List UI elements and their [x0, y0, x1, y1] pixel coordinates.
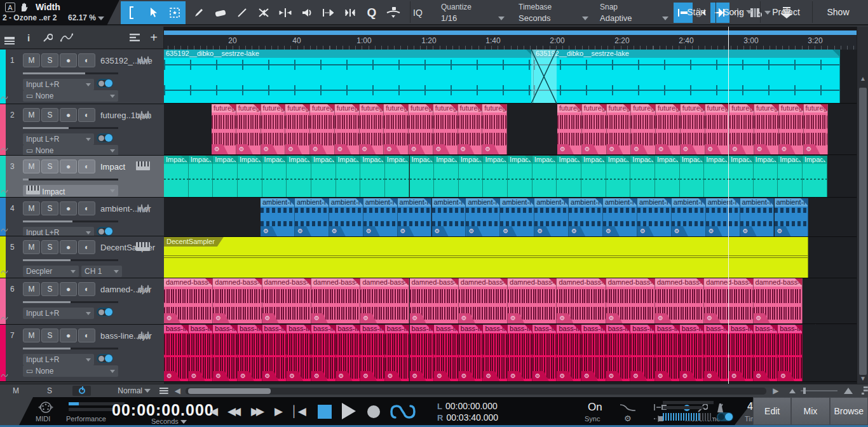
audio-clip[interactable]: Impact: [754, 156, 778, 197]
audio-clip[interactable]: bass-lı⚙: [655, 325, 680, 381]
audio-clip[interactable]: Impact: [532, 156, 557, 197]
loop-button[interactable]: [390, 402, 416, 424]
comp-tool-button[interactable]: [318, 3, 339, 23]
monitor-button[interactable]: ◐: [78, 159, 95, 173]
audio-clip[interactable]: 635192__dibko__sestrze-lake: [164, 50, 534, 103]
macro-control-widget[interactable]: A Width 2 - Ozone ..er 2 62.17 %: [0, 0, 119, 25]
clip-gain-gear-icon[interactable]: ⚙: [261, 226, 277, 236]
browse-view-button[interactable]: Browse: [831, 398, 867, 424]
audio-clip[interactable]: bass-lı⚙: [630, 325, 655, 381]
audio-clip[interactable]: bass-lı⚙: [164, 325, 189, 381]
clip-gain-gear-icon[interactable]: ⚙: [458, 144, 475, 154]
snap-dropdown[interactable]: Adaptive: [600, 13, 668, 23]
audio-clip[interactable]: futureg⚙: [779, 104, 804, 154]
clip-gain-gear-icon[interactable]: ⚙: [637, 226, 654, 236]
clip-gain-gear-icon[interactable]: ⚙: [534, 226, 551, 236]
audio-clip[interactable]: bass-lı⚙: [680, 325, 705, 381]
audio-clip[interactable]: Impact: [729, 156, 754, 197]
audio-clip[interactable]: damned-bass-lı⚙: [459, 278, 508, 323]
fade-curve-icon[interactable]: [620, 402, 636, 414]
record-arm-button[interactable]: ●: [60, 159, 77, 173]
input-select-dropdown[interactable]: Input L+R: [23, 133, 94, 145]
clip-gain-gear-icon[interactable]: ⚙: [681, 144, 697, 154]
audio-clip[interactable]: Impact: [385, 156, 410, 197]
clip-gain-gear-icon[interactable]: ⚙: [466, 226, 482, 236]
audio-clip[interactable]: bass-lı⚙: [606, 325, 631, 381]
track-header-5[interactable]: 5MS●◐DecentSa..plerDecplerCH 1: [0, 236, 164, 278]
clip-gain-gear-icon[interactable]: ⚙: [335, 144, 351, 154]
clip-gain-gear-icon[interactable]: ⚙: [775, 226, 791, 236]
volume-fader[interactable]: [23, 348, 118, 349]
audio-clip[interactable]: Impact: [581, 156, 606, 197]
audio-clip[interactable]: Impact: [459, 156, 484, 197]
audio-clip[interactable]: bass-lı⚙: [410, 325, 435, 381]
solo-button[interactable]: S: [41, 53, 58, 67]
next-marker-button[interactable]: ▶: [275, 405, 283, 418]
solo-button[interactable]: S: [41, 201, 58, 215]
audio-clip[interactable]: Impact: [704, 156, 729, 197]
paint-tool-button[interactable]: [188, 3, 210, 23]
audio-clip[interactable]: bass-lı⚙: [704, 325, 729, 381]
audio-clip[interactable]: damned-bass-lı⚙: [410, 278, 459, 323]
audio-clip[interactable]: Impact: [262, 156, 287, 197]
audio-clip[interactable]: ambient-ı⚙: [329, 198, 363, 236]
audio-clip[interactable]: futureg⚙: [681, 104, 705, 154]
clip-gain-gear-icon[interactable]: ⚙: [310, 144, 327, 154]
audio-clip[interactable]: ambient-ı⚙: [295, 198, 329, 236]
master-mute-button[interactable]: M: [13, 386, 19, 395]
instrument-dropdown[interactable]: ▭ None: [23, 365, 118, 377]
zoom-in-icon[interactable]: [844, 388, 853, 394]
volume-fader[interactable]: [23, 220, 118, 222]
audio-clip[interactable]: bass-lı⚙: [532, 325, 557, 381]
clip-gain-gear-icon[interactable]: ⚙: [656, 144, 672, 154]
audio-clip[interactable]: damned-bass-lı⚙: [508, 278, 557, 323]
auto-mode-icon[interactable]: A: [5, 3, 15, 12]
audio-clip[interactable]: damned-bass-lı⚙: [606, 278, 655, 323]
audio-clip[interactable]: bass-lı⚙: [459, 325, 484, 381]
audio-clip[interactable]: Impact: [778, 156, 803, 197]
track-header-4[interactable]: 4MS●◐ambient-..inorInput L+R: [0, 198, 164, 236]
input-monitor-toggle[interactable]: [97, 133, 113, 142]
track-name[interactable]: Impact: [100, 162, 125, 172]
audio-clip[interactable]: futureg⚙: [804, 104, 829, 154]
audio-clip[interactable]: bass-lı⚙: [778, 325, 803, 381]
input-select-dropdown[interactable]: Input L+R: [23, 308, 94, 319]
record-arm-button[interactable]: ●: [60, 240, 77, 254]
audio-clip[interactable]: futureg⚙: [582, 104, 607, 154]
line-tool-button[interactable]: [231, 3, 253, 23]
audio-clip[interactable]: ambient-ı⚙: [775, 198, 809, 236]
track-lane[interactable]: damned-bass-lı⚙damned-bass-lı⚙damned-bas…: [164, 278, 857, 324]
solo-button[interactable]: S: [41, 159, 58, 173]
clip-gain-gear-icon[interactable]: ⚙: [603, 226, 620, 236]
audio-clip[interactable]: futureg⚙: [656, 104, 681, 154]
mix-view-button[interactable]: Mix: [792, 398, 829, 424]
audio-clip[interactable]: ambient-ı⚙: [500, 198, 534, 236]
audio-clip[interactable]: damned-bass-lı⚙: [360, 278, 409, 323]
loop-range-bar[interactable]: [164, 30, 857, 35]
audio-clip[interactable]: damned-bass-lı⚙: [262, 278, 311, 323]
scroll-right-icon[interactable]: ▶: [773, 386, 778, 395]
audio-clip[interactable]: Impact: [434, 156, 459, 197]
solo-button[interactable]: S: [41, 108, 58, 122]
audio-clip[interactable]: bass-lı⚙: [581, 325, 606, 381]
audio-clip[interactable]: ambient-ı⚙: [466, 198, 500, 236]
clip-gain-gear-icon[interactable]: ⚙: [631, 144, 648, 154]
clip-gain-gear-icon[interactable]: ⚙: [754, 144, 771, 154]
audio-clip[interactable]: damned-bass-lı⚙: [164, 278, 213, 323]
audio-clip[interactable]: bass-lı⚙: [483, 325, 508, 381]
audio-clip[interactable]: ambient-ı⚙: [740, 198, 775, 236]
audio-clip[interactable]: bass-lı⚙: [729, 325, 754, 381]
track-lane[interactable]: DecentSampler: [164, 237, 857, 278]
macro-target[interactable]: 2 - Ozone ..er 2: [3, 13, 57, 22]
track-menu-icon[interactable]: [0, 36, 19, 39]
scroll-up-icon[interactable]: ▲: [859, 75, 867, 82]
edit-view-button[interactable]: Edit: [754, 398, 790, 424]
macro-percent[interactable]: 62.17 %: [68, 13, 104, 22]
track-lane[interactable]: ImpactImpactImpactImpactImpactImpactImpa…: [164, 156, 857, 198]
loop-start-time[interactable]: L00:00:00.000: [437, 401, 498, 411]
automation-toggle-icon[interactable]: [1, 312, 8, 323]
return-to-start-button[interactable]: │◀: [291, 405, 306, 418]
bend-tool-button[interactable]: [275, 3, 296, 23]
audio-clip[interactable]: futureg⚙: [557, 104, 582, 154]
clip-gain-gear-icon[interactable]: ⚙: [582, 144, 599, 154]
